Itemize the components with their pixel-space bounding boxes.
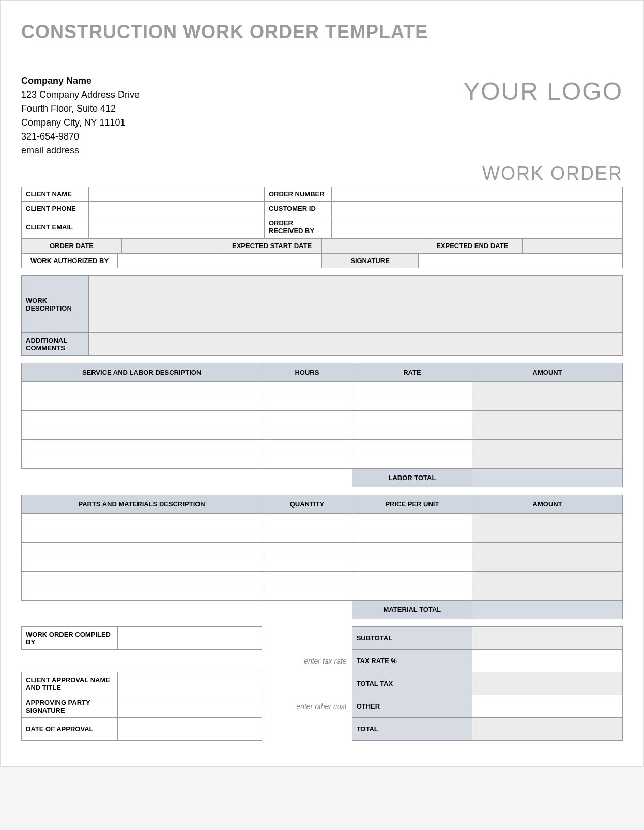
- label-order-date: ORDER DATE: [22, 239, 122, 253]
- service-labor-table: SERVICE AND LABOR DESCRIPTION HOURS RATE…: [21, 363, 623, 487]
- input-client-approval[interactable]: [118, 672, 262, 695]
- company-addr2: Fourth Floor, Suite 412: [21, 102, 140, 116]
- value-labor-total[interactable]: [472, 469, 623, 487]
- input-client-phone[interactable]: [89, 202, 265, 216]
- input-approval-date[interactable]: [118, 718, 262, 741]
- value-total[interactable]: [472, 718, 623, 741]
- service-row: [22, 440, 623, 454]
- input-expected-end[interactable]: [523, 239, 623, 253]
- col-hours: HOURS: [262, 363, 352, 382]
- input-other[interactable]: [472, 695, 623, 718]
- label-expected-end: EXPECTED END DATE: [422, 239, 523, 253]
- service-row: [22, 425, 623, 440]
- service-row: [22, 396, 623, 411]
- company-name: Company Name: [21, 74, 140, 88]
- col-amount: AMOUNT: [472, 363, 623, 382]
- label-total-tax: TOTAL TAX: [352, 672, 472, 695]
- label-total: TOTAL: [352, 718, 472, 741]
- parts-row: [22, 543, 623, 557]
- label-client-email: CLIENT EMAIL: [22, 216, 89, 238]
- parts-row: [22, 572, 623, 586]
- client-info-table: CLIENT NAME ORDER NUMBER CLIENT PHONE CU…: [21, 187, 623, 238]
- input-customer-id[interactable]: [332, 202, 623, 216]
- input-addl-comments[interactable]: [89, 333, 623, 356]
- input-client-name[interactable]: [89, 187, 265, 202]
- input-compiled-by[interactable]: [118, 627, 262, 650]
- label-customer-id: CUSTOMER ID: [265, 202, 332, 216]
- input-order-number[interactable]: [332, 187, 623, 202]
- col-service-desc: SERVICE AND LABOR DESCRIPTION: [22, 363, 262, 382]
- header-row: Company Name 123 Company Address Drive F…: [21, 74, 623, 158]
- dates-table: ORDER DATE EXPECTED START DATE EXPECTED …: [21, 238, 623, 253]
- hint-tax-rate: enter tax rate: [262, 650, 352, 672]
- label-tax-rate: TAX RATE %: [352, 650, 472, 672]
- auth-table: WORK AUTHORIZED BY SIGNATURE: [21, 253, 623, 268]
- label-approving-sig: APPROVING PARTY SIGNATURE: [22, 695, 118, 718]
- col-rate: RATE: [352, 363, 472, 382]
- input-order-received-by[interactable]: [332, 216, 623, 238]
- parts-row: [22, 586, 623, 601]
- label-order-number: ORDER NUMBER: [265, 187, 332, 202]
- value-material-total[interactable]: [472, 601, 623, 619]
- label-addl-comments: ADDITIONAL COMMENTS: [22, 333, 89, 356]
- parts-row: [22, 514, 623, 528]
- template-title: CONSTRUCTION WORK ORDER TEMPLATE: [21, 21, 623, 43]
- page: CONSTRUCTION WORK ORDER TEMPLATE Company…: [0, 0, 644, 767]
- label-client-approval: CLIENT APPROVAL NAME AND TITLE: [22, 672, 118, 695]
- parts-row: [22, 528, 623, 543]
- input-signature[interactable]: [418, 254, 622, 268]
- work-order-heading: WORK ORDER: [21, 163, 623, 185]
- label-order-received-by: ORDER RECEIVED BY: [265, 216, 332, 238]
- input-order-date[interactable]: [121, 239, 222, 253]
- label-work-desc: WORK DESCRIPTION: [22, 276, 89, 333]
- label-signature: SIGNATURE: [322, 254, 418, 268]
- col-amount2: AMOUNT: [472, 495, 623, 514]
- value-subtotal[interactable]: [472, 627, 623, 650]
- label-subtotal: SUBTOTAL: [352, 627, 472, 650]
- logo-placeholder: YOUR LOGO: [463, 77, 623, 105]
- input-tax-rate[interactable]: [472, 650, 623, 672]
- label-expected-start: EXPECTED START DATE: [222, 239, 322, 253]
- label-compiled-by: WORK ORDER COMPILED BY: [22, 627, 118, 650]
- label-material-total: MATERIAL TOTAL: [352, 601, 472, 619]
- label-labor-total: LABOR TOTAL: [352, 469, 472, 487]
- value-total-tax[interactable]: [472, 672, 623, 695]
- service-row: [22, 411, 623, 425]
- company-addr3: Company City, NY 11101: [21, 116, 140, 130]
- hint-other-cost: enter other cost: [262, 695, 352, 718]
- bottom-summary-table: WORK ORDER COMPILED BY SUBTOTAL enter ta…: [21, 626, 623, 741]
- work-description-table: WORK DESCRIPTION ADDITIONAL COMMENTS: [21, 275, 623, 356]
- col-qty: QUANTITY: [262, 495, 352, 514]
- label-approval-date: DATE OF APPROVAL: [22, 718, 118, 741]
- input-approving-sig[interactable]: [118, 695, 262, 718]
- label-work-auth-by: WORK AUTHORIZED BY: [22, 254, 118, 268]
- input-client-email[interactable]: [89, 216, 265, 238]
- label-client-phone: CLIENT PHONE: [22, 202, 89, 216]
- service-row: [22, 382, 623, 396]
- col-parts-desc: PARTS AND MATERIALS DESCRIPTION: [22, 495, 262, 514]
- label-other: OTHER: [352, 695, 472, 718]
- service-row: [22, 454, 623, 469]
- input-expected-start[interactable]: [322, 239, 422, 253]
- company-phone: 321-654-9870: [21, 130, 140, 144]
- input-work-auth-by[interactable]: [118, 254, 322, 268]
- company-email: email address: [21, 144, 140, 158]
- company-block: Company Name 123 Company Address Drive F…: [21, 74, 140, 158]
- label-client-name: CLIENT NAME: [22, 187, 89, 202]
- company-addr1: 123 Company Address Drive: [21, 88, 140, 102]
- parts-row: [22, 557, 623, 572]
- col-price: PRICE PER UNIT: [352, 495, 472, 514]
- parts-materials-table: PARTS AND MATERIALS DESCRIPTION QUANTITY…: [21, 495, 623, 619]
- input-work-desc[interactable]: [89, 276, 623, 333]
